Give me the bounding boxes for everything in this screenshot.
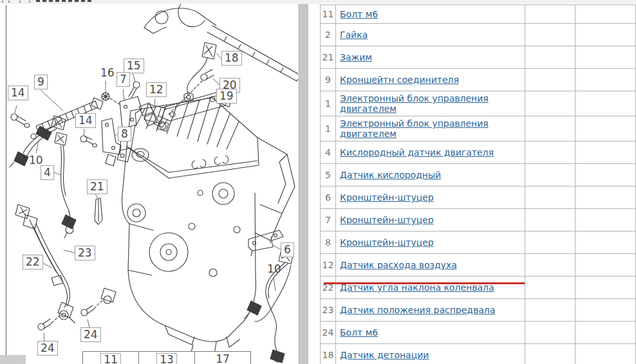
- table-row: 5Датчик кислородный: [321, 164, 636, 187]
- part-count: 5: [321, 164, 336, 187]
- parts-table: 11Болт м62Гайка21Зажим9Кроншейтн соедини…: [320, 5, 636, 364]
- part-count: 7: [321, 209, 336, 232]
- empty-cell: [525, 254, 575, 277]
- part-name-cell: Кроншейтн соединителя: [336, 69, 525, 91]
- empty-cell: [575, 46, 636, 69]
- diagram-callout: 18: [221, 51, 242, 66]
- part-link[interactable]: Электронный блок управления двигателем: [340, 118, 489, 139]
- highlight-underline: [324, 282, 525, 284]
- diagram-callout: 23: [75, 246, 95, 260]
- part-count: 21: [321, 46, 336, 69]
- table-row: 11Болт м6: [321, 5, 636, 24]
- part-name-cell: Кронштейн-штуцер: [336, 187, 525, 209]
- empty-cell: [525, 232, 575, 254]
- part-link[interactable]: Кислородный датчик двигателя: [340, 147, 494, 158]
- part-name-cell: Электронный блок управления двигателем: [336, 91, 525, 116]
- empty-cell: [525, 91, 575, 116]
- empty-cell: [525, 299, 575, 322]
- table-row: 24Болт м6: [321, 322, 636, 344]
- part-link[interactable]: Зажим: [340, 52, 372, 62]
- engine-line-art: [0, 0, 298, 364]
- legend-number: 13: [156, 353, 177, 364]
- empty-cell: [525, 322, 575, 344]
- empty-cell: [575, 344, 636, 364]
- empty-cell: [575, 254, 636, 277]
- empty-cell: [525, 187, 575, 209]
- part-count: 23: [321, 299, 336, 322]
- part-name-cell: Кронштейн-штуцер: [336, 232, 525, 254]
- part-name-cell: Кислородный датчик двигателя: [336, 141, 525, 164]
- diagram-callout: 4: [41, 165, 54, 180]
- vertical-scrollbar[interactable]: [298, 0, 308, 364]
- part-link[interactable]: Кронштейн-штуцер: [340, 237, 434, 248]
- diagram-callout: 14: [8, 86, 28, 100]
- diagram-callout: 9: [34, 75, 48, 89]
- diagram-callout: 19: [216, 89, 237, 104]
- table-row: 8Кронштейн-штуцер: [321, 232, 636, 254]
- clamp-pin-21: [95, 198, 102, 224]
- part-count: 18: [321, 344, 336, 364]
- part-link[interactable]: Болт м6: [340, 9, 378, 19]
- throttle-body-cutoff: [144, 4, 298, 81]
- part-count: 22: [321, 277, 336, 299]
- diagram-callout: 24: [80, 327, 101, 342]
- knock-wire-18: [184, 42, 216, 102]
- part-name-cell: Зажим: [336, 46, 525, 69]
- part-link[interactable]: Датчик положения распредвала: [340, 305, 495, 315]
- table-row: 6Кронштейн-штуцер: [321, 187, 636, 209]
- diagram-callout: 6: [281, 242, 294, 257]
- empty-cell: [575, 164, 636, 187]
- part-count: 24: [321, 322, 336, 344]
- part-name-cell: Датчик кислородный: [336, 164, 525, 187]
- diagram-callout: 12: [146, 82, 167, 97]
- empty-cell: [525, 277, 575, 299]
- empty-cell: [575, 116, 636, 141]
- diagram-panel: 14910416157121820191482123222424610 1113…: [0, 0, 298, 364]
- table-row: 4Кислородный датчик двигателя: [321, 141, 636, 164]
- part-link[interactable]: Датчик кислородный: [340, 170, 441, 180]
- part-link[interactable]: Кроншейтн соединителя: [340, 75, 459, 85]
- part-count: 4: [321, 141, 336, 164]
- empty-cell: [575, 232, 636, 254]
- part-link[interactable]: Кронштейн-штуцер: [340, 192, 434, 203]
- part-name-cell: Датчик расхода воздуха: [336, 254, 525, 277]
- clipped-toolbar-strip: [0, 0, 636, 4]
- empty-cell: [575, 69, 636, 91]
- scrollbar-corner: [0, 355, 26, 364]
- legend-box: 111317: [82, 351, 251, 364]
- part-count: 1: [321, 91, 336, 116]
- diagram-callout: 10: [265, 262, 284, 276]
- part-link[interactable]: Кронштейн-штуцер: [340, 215, 434, 225]
- part-link[interactable]: Датчик детонации: [340, 350, 429, 360]
- diagram-callout: 16: [98, 66, 117, 80]
- table-row: 18Датчик детонации: [321, 344, 636, 364]
- part-link[interactable]: Гайка: [340, 30, 368, 40]
- part-count: 9: [321, 69, 336, 91]
- table-row: 22Датчик угла наклона коленвала: [321, 277, 636, 299]
- legend-number: 11: [100, 353, 121, 364]
- part-link[interactable]: Датчик расхода воздуха: [340, 260, 457, 270]
- part-count: 12: [321, 254, 336, 277]
- diagram-callout: 21: [87, 179, 108, 194]
- part-name-cell: Электронный блок управления двигателем: [336, 116, 525, 141]
- part-link[interactable]: Болт м6: [340, 327, 378, 338]
- legend-cell: 17: [194, 352, 250, 364]
- table-row: 9Кроншейтн соединителя: [321, 69, 636, 91]
- engine-block: [122, 147, 256, 358]
- part-count: 11: [321, 5, 336, 24]
- part-name-cell: Болт м6: [336, 5, 525, 24]
- part-name-cell: Болт м6: [336, 322, 525, 344]
- part-count: 1: [321, 116, 336, 141]
- empty-cell: [525, 69, 575, 91]
- empty-cell: [525, 141, 575, 164]
- table-row: 2Гайка: [321, 24, 636, 46]
- diagram-callout: 15: [124, 59, 144, 73]
- empty-cell: [575, 24, 636, 46]
- diagram-callout: 14: [75, 113, 96, 128]
- empty-cell: [575, 141, 636, 164]
- clipped-dashed-link: [36, 0, 91, 2]
- part-count: 2: [321, 24, 336, 46]
- empty-cell: [575, 322, 636, 344]
- part-link[interactable]: Электронный блок управления двигателем: [340, 93, 489, 114]
- empty-cell: [525, 164, 575, 187]
